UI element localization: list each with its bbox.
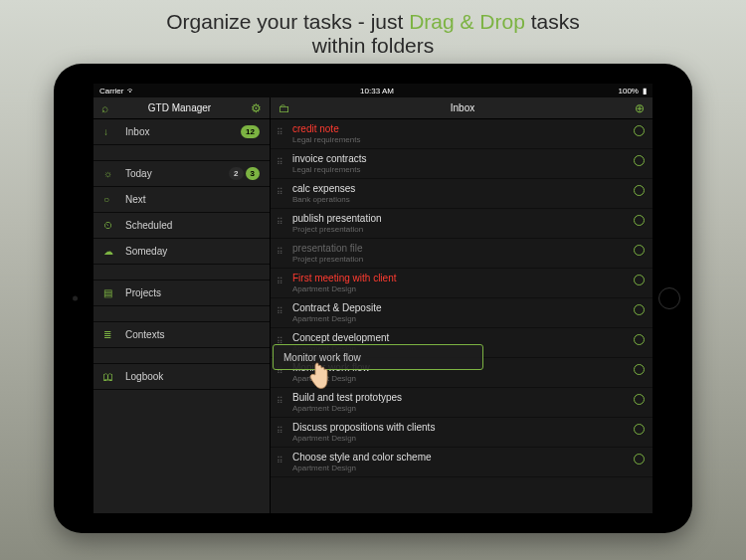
sidebar-item-label: Someday bbox=[125, 246, 260, 257]
task-complete-toggle[interactable] bbox=[634, 275, 645, 285]
task-project: Apartment Design bbox=[292, 434, 634, 444]
drag-handle-icon[interactable]: ⠿ bbox=[277, 152, 286, 172]
task-project: Project presentation bbox=[292, 255, 634, 265]
task-row[interactable]: ⠿Discuss propositions with clientsApartm… bbox=[271, 418, 653, 448]
task-title: presentation file bbox=[292, 242, 634, 255]
sidebar-item-someday[interactable]: ☁Someday bbox=[93, 239, 270, 265]
drag-ghost[interactable]: Monitor work flow bbox=[273, 344, 483, 370]
task-row[interactable]: ⠿Build and test prototypesApartment Desi… bbox=[271, 388, 653, 418]
task-row[interactable]: ⠿Contract & DepositeApartment Design bbox=[271, 298, 653, 328]
contexts-icon: ≣ bbox=[103, 329, 117, 340]
sidebar: ⌕ GTD Manager ⚙ ↓Inbox12☼Today23○Next⏲Sc… bbox=[93, 97, 271, 513]
task-project: Apartment Design bbox=[292, 314, 634, 324]
sidebar-item-projects[interactable]: ▤Projects bbox=[93, 280, 270, 306]
drag-handle-icon[interactable]: ⠿ bbox=[277, 391, 286, 411]
sidebar-item-label: Logbook bbox=[125, 371, 260, 382]
task-row[interactable]: ⠿First meeting with clientApartment Desi… bbox=[271, 269, 653, 298]
battery-icon: ▮ bbox=[643, 87, 647, 95]
scheduled-icon: ⏲ bbox=[103, 220, 117, 231]
task-complete-toggle[interactable] bbox=[634, 304, 645, 315]
task-complete-toggle[interactable] bbox=[634, 245, 645, 256]
sidebar-header: ⌕ GTD Manager ⚙ bbox=[93, 97, 270, 119]
sidebar-spacer bbox=[93, 348, 270, 364]
sidebar-item-next[interactable]: ○Next bbox=[93, 187, 270, 213]
someday-icon: ☁ bbox=[103, 246, 117, 257]
inbox-icon: ↓ bbox=[103, 126, 117, 137]
drag-handle-icon[interactable]: ⠿ bbox=[277, 451, 286, 470]
drag-ghost-label: Monitor work flow bbox=[283, 352, 361, 363]
drag-handle-icon[interactable]: ⠿ bbox=[277, 272, 286, 291]
task-title: publish presentation bbox=[292, 212, 634, 225]
task-project: Legal requirements bbox=[292, 165, 634, 175]
sidebar-item-label: Contexts bbox=[125, 329, 260, 340]
ipad-frame: Carrier ᯤ 10:33 AM 100% ▮ ⌕ GTD Manager … bbox=[54, 64, 692, 533]
clock: 10:33 AM bbox=[360, 87, 394, 95]
main-header: 🗀 Inbox ⊕ bbox=[271, 97, 653, 119]
sidebar-spacer bbox=[93, 265, 270, 280]
task-project: Apartment Design bbox=[292, 404, 634, 414]
sidebar-item-label: Today bbox=[125, 168, 227, 179]
status-bar: Carrier ᯤ 10:33 AM 100% ▮ bbox=[93, 84, 653, 97]
task-title: invoice contracts bbox=[292, 152, 634, 165]
wifi-icon: ᯤ bbox=[127, 87, 135, 95]
carrier-label: Carrier bbox=[99, 87, 123, 95]
task-complete-toggle[interactable] bbox=[634, 424, 645, 435]
task-complete-toggle[interactable] bbox=[634, 125, 645, 136]
home-button[interactable] bbox=[658, 287, 680, 309]
task-row[interactable]: ⠿presentation fileProject presentation bbox=[271, 239, 653, 269]
task-row[interactable]: ⠿Choose style and color schemeApartment … bbox=[271, 448, 653, 477]
projects-icon: ▤ bbox=[103, 287, 117, 298]
sidebar-item-label: Next bbox=[125, 194, 260, 205]
sidebar-item-contexts[interactable]: ≣Contexts bbox=[93, 322, 270, 348]
drag-handle-icon[interactable]: ⠿ bbox=[277, 122, 286, 142]
task-project: Apartment Design bbox=[292, 374, 634, 384]
task-row[interactable]: ⠿calc expensesBank operations bbox=[271, 179, 653, 209]
task-project: Project presentation bbox=[292, 225, 634, 235]
drag-handle-icon[interactable]: ⠿ bbox=[277, 212, 286, 232]
drag-handle-icon[interactable]: ⠿ bbox=[277, 242, 286, 262]
task-project: Legal requirements bbox=[292, 135, 634, 145]
task-complete-toggle[interactable] bbox=[634, 364, 645, 375]
sidebar-item-today[interactable]: ☼Today23 bbox=[93, 161, 270, 187]
add-task-icon[interactable]: ⊕ bbox=[635, 101, 645, 115]
count-badge: 2 bbox=[229, 167, 243, 180]
task-project: Apartment Design bbox=[292, 284, 634, 294]
task-row[interactable]: ⠿invoice contractsLegal requirements bbox=[271, 149, 653, 179]
task-complete-toggle[interactable] bbox=[634, 215, 645, 226]
task-complete-toggle[interactable] bbox=[634, 454, 645, 465]
count-badge: 12 bbox=[241, 125, 260, 138]
marketing-headline: Organize your tasks - just Drag & Drop t… bbox=[0, 0, 746, 64]
task-row[interactable]: ⠿credit noteLegal requirements bbox=[271, 119, 653, 149]
search-icon[interactable]: ⌕ bbox=[101, 101, 108, 115]
task-complete-toggle[interactable] bbox=[634, 394, 645, 405]
sidebar-item-label: Scheduled bbox=[125, 220, 260, 231]
drag-handle-icon[interactable]: ⠿ bbox=[277, 301, 286, 321]
task-list: ⠿credit noteLegal requirements⠿invoice c… bbox=[271, 119, 653, 513]
next-icon: ○ bbox=[103, 194, 117, 205]
sidebar-item-label: Projects bbox=[125, 287, 260, 298]
task-title: Contract & Deposite bbox=[292, 301, 634, 314]
task-complete-toggle[interactable] bbox=[634, 155, 645, 166]
drag-handle-icon[interactable]: ⠿ bbox=[277, 182, 286, 202]
task-complete-toggle[interactable] bbox=[634, 334, 645, 345]
task-title: credit note bbox=[292, 122, 634, 135]
task-title: First meeting with client bbox=[292, 272, 634, 284]
today-icon: ☼ bbox=[103, 168, 117, 179]
main-panel: 🗀 Inbox ⊕ ⠿credit noteLegal requirements… bbox=[271, 97, 653, 513]
app-title: GTD Manager bbox=[148, 102, 211, 113]
main-title: Inbox bbox=[451, 102, 474, 113]
task-project: Apartment Design bbox=[292, 464, 634, 473]
sidebar-item-inbox[interactable]: ↓Inbox12 bbox=[93, 119, 270, 145]
settings-icon[interactable]: ⚙ bbox=[251, 101, 262, 115]
drag-handle-icon[interactable]: ⠿ bbox=[277, 421, 286, 441]
sidebar-item-logbook[interactable]: 🕮Logbook bbox=[93, 364, 270, 390]
task-title: Discuss propositions with clients bbox=[292, 421, 634, 434]
battery-label: 100% bbox=[619, 87, 639, 95]
folder-icon[interactable]: 🗀 bbox=[279, 101, 290, 115]
task-title: Choose style and color scheme bbox=[292, 451, 634, 464]
task-row[interactable]: ⠿publish presentationProject presentatio… bbox=[271, 209, 653, 239]
task-complete-toggle[interactable] bbox=[634, 185, 645, 196]
task-project: Bank operations bbox=[292, 195, 634, 205]
sidebar-item-scheduled[interactable]: ⏲Scheduled bbox=[93, 213, 270, 239]
logbook-icon: 🕮 bbox=[103, 371, 117, 382]
